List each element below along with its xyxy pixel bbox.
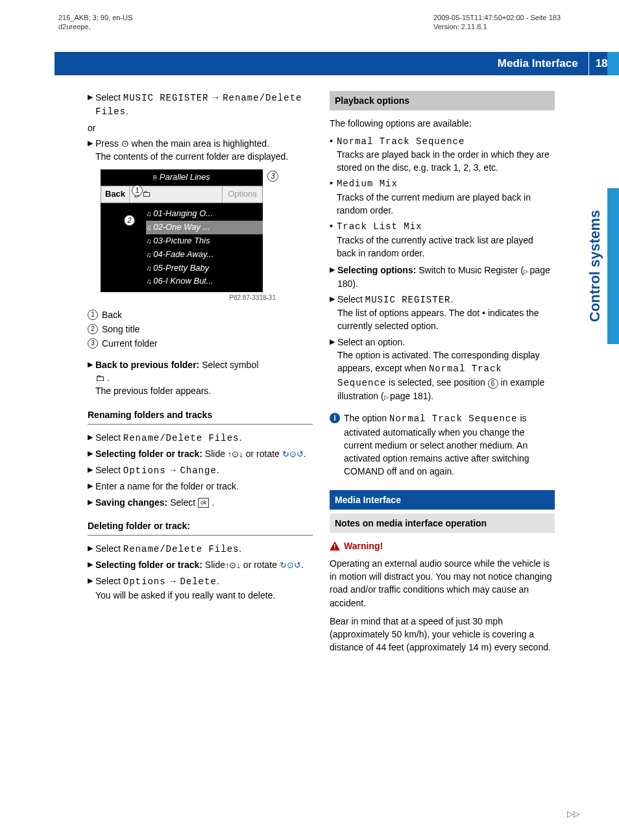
option-name: Normal Track Sequence <box>337 136 465 147</box>
text: . <box>126 106 128 116</box>
text: Tracks of the current medium are played … <box>337 191 555 217</box>
text: Select an option. <box>337 337 405 347</box>
text: Tracks are played back in the order in w… <box>337 148 555 175</box>
menu-path: MUSIC REGISTER <box>365 295 451 305</box>
heading-media-interface: Media Interface <box>330 490 555 510</box>
list-item: 01-Hanging O... <box>146 207 263 221</box>
meta-line: 216_AKB; 3; 90, en-US <box>58 13 132 22</box>
circled-number: 3 <box>88 338 98 349</box>
page-title: Media Interface <box>498 56 586 72</box>
info-icon: i <box>330 413 340 423</box>
text: The previous folder appears. <box>95 384 313 397</box>
screenshot-list: 2 01-Hanging O... 02-One Way ... 03-Pict… <box>101 203 263 292</box>
list-item: 06-I Know But... <box>146 275 263 288</box>
meta-line: 2009-05-15T11:47:50+02:00 - Seite 183 <box>433 13 561 22</box>
menu-path: Rename/Delete Files <box>123 544 239 554</box>
step-marker-icon: ▶ <box>88 497 93 509</box>
step-marker-icon: ▶ <box>88 92 93 119</box>
text: Select <box>167 497 198 508</box>
warning-heading: Warning! <box>330 539 555 552</box>
step-marker-icon: ▶ <box>88 481 93 493</box>
step-marker-icon: ▶ <box>330 294 335 333</box>
meta-line: Version: 2.11.8.1 <box>433 22 561 31</box>
step-marker-icon: ▶ <box>330 337 335 402</box>
page-reference: page 181 <box>384 391 428 401</box>
menu-path: Change <box>180 465 216 476</box>
list-item: 02-One Way ... <box>146 221 263 234</box>
arrow: → <box>166 576 180 586</box>
text: The contents of the current folder are d… <box>95 150 313 163</box>
info-body: The option Normal Track Sequence is acti… <box>344 412 555 478</box>
step-label: Selecting folder or track: <box>95 449 202 459</box>
image-id: P82.87-3318-31 <box>101 292 276 303</box>
rotate-icon: ↻⊙↺ <box>280 560 301 570</box>
controller-press-icon: ⊙ <box>121 138 129 149</box>
text: ). <box>428 391 434 401</box>
step-marker-icon: ▶ <box>88 560 93 572</box>
options-button: Options <box>222 186 262 203</box>
warning-text: Bear in mind that at a speed of just 30 … <box>330 615 555 654</box>
chapter-tab <box>607 188 619 344</box>
screenshot-title: ⎘ Parallel Lines 3 <box>101 169 263 186</box>
text: Enter a name for the folder or track. <box>95 480 313 493</box>
step-marker-icon: ▶ <box>88 465 93 477</box>
text: . <box>304 449 306 459</box>
left-column: ▶ Select MUSIC REGISTER → Rename/Delete … <box>88 91 313 654</box>
menu-path: Delete <box>180 576 216 587</box>
callout-3: 3 <box>267 171 278 182</box>
legend-label: Back <box>102 308 122 321</box>
heading-playback-options: Playback options <box>330 91 555 110</box>
folder-name: Parallel Lines <box>160 172 210 182</box>
step-marker-icon: ▶ <box>88 432 93 445</box>
or-label: or <box>88 121 313 134</box>
header-edge <box>607 52 619 75</box>
step-press-controller: ▶ Press ⊙ when the main area is highligh… <box>88 137 313 164</box>
circled-number: 2 <box>88 324 98 334</box>
menu-path: Options <box>123 465 166 476</box>
text: Slide <box>202 560 225 570</box>
option-name: Medium Mix <box>337 179 398 189</box>
heading-notes: Notes on media interface operation <box>330 513 555 533</box>
text: Tracks of the currently active track lis… <box>337 234 555 260</box>
screenshot-legend: 1Back 2Song title 3Current folder <box>88 308 313 351</box>
meta-right: 2009-05-15T11:47:50+02:00 - Seite 183 Ve… <box>433 13 561 32</box>
slide-icon: ↑⊙↓ <box>228 449 243 459</box>
step: ▶ Select Rename/Delete Files. <box>88 431 313 445</box>
step-marker-icon: ▶ <box>330 265 335 290</box>
step: ▶ Select Rename/Delete Files. <box>88 542 313 556</box>
chapter-label: Control systems <box>585 188 605 344</box>
text: rotate <box>256 449 282 459</box>
step-back-previous: ▶ Back to previous folder: Select symbol… <box>88 358 313 398</box>
step: ▶ Saving changes: Select ok . <box>88 496 313 509</box>
option-medium-mix: Medium MixTracks of the current medium a… <box>330 177 555 217</box>
step-label: Saving changes: <box>95 497 167 508</box>
list-item: 05-Pretty Baby <box>146 262 263 275</box>
text: Select <box>95 92 123 103</box>
arrow: → <box>166 465 180 475</box>
screenshot-toolbar: Back 1 ⮵🗀 Options <box>101 186 263 203</box>
meta-left: 216_AKB; 3; 90, en-US d2ureepe, <box>58 13 132 32</box>
text: Select <box>337 294 365 304</box>
step-marker-icon: ▶ <box>88 576 93 602</box>
text: Switch to Music Register ( <box>416 265 524 275</box>
text: Select <box>95 576 123 586</box>
subheading-delete: Deleting folder or track: <box>88 519 313 536</box>
step-marker-icon: ▶ <box>88 543 93 556</box>
text: Select <box>95 432 123 443</box>
menu-path: Rename/Delete Files <box>123 433 239 443</box>
page-header-band: Media Interface 183 <box>55 52 619 75</box>
circled-number: 6 <box>488 378 498 389</box>
meta-header: 216_AKB; 3; 90, en-US d2ureepe, 2009-05-… <box>0 0 619 32</box>
arrow: → <box>208 92 223 103</box>
option-track-list-mix: Track List MixTracks of the currently ac… <box>330 219 555 260</box>
text: rotate <box>254 560 280 570</box>
text: The following options are available: <box>330 117 555 130</box>
option-name: Normal Track Sequence <box>389 414 517 424</box>
legend-label: Song title <box>102 323 140 336</box>
rotate-icon: ↻⊙↺ <box>282 449 304 459</box>
info-note: i The option Normal Track Sequence is ac… <box>330 412 555 478</box>
back-button: Back <box>101 186 130 203</box>
legend-label: Current folder <box>102 337 158 350</box>
text: You will be asked if you really want to … <box>95 589 313 602</box>
device-screenshot: ⎘ Parallel Lines 3 Back 1 ⮵🗀 Options 2 0… <box>101 169 263 303</box>
